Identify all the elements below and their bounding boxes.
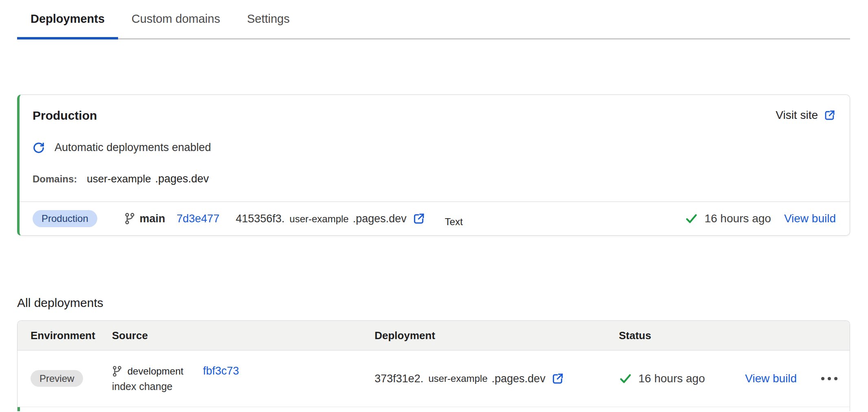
status-cell: 16 hours ago — [619, 372, 745, 385]
column-header-deployment: Deployment — [375, 329, 619, 342]
external-link-icon[interactable] — [412, 212, 425, 225]
more-menu-button[interactable] — [815, 377, 837, 380]
view-build-link[interactable]: View build — [784, 212, 836, 225]
column-header-environment: Environment — [31, 329, 112, 342]
deployment-host-name: user-example — [428, 373, 487, 384]
table-row[interactable]: Preview development fbf3c73 index change — [18, 351, 850, 407]
deployment-subdomain: 373f31e2. — [375, 373, 423, 385]
check-icon — [619, 372, 632, 385]
commit-link[interactable]: 7d3e477 — [177, 213, 219, 225]
tab-bar: Deployments Custom domains Settings — [17, 11, 850, 39]
deployment-subdomain: 415356f3. — [236, 213, 285, 225]
commit-link[interactable]: fbf3c73 — [203, 365, 239, 377]
deployment-url: 373f31e2.user-example.pages.dev — [375, 372, 619, 385]
deployment-time: 16 hours ago — [638, 372, 705, 385]
deployment-url: 415356f3.user-example.pages.dev — [236, 213, 407, 225]
domains-label: Domains: — [33, 173, 77, 185]
table-header-row: Environment Source Deployment Status — [18, 321, 850, 351]
deployment-host-suffix: .pages.dev — [353, 213, 406, 225]
deployment-time: 16 hours ago — [704, 212, 771, 225]
commit-message: index change — [112, 381, 375, 392]
visit-site-label: Visit site — [776, 109, 818, 122]
tab-deployments[interactable]: Deployments — [17, 11, 118, 38]
production-title: Production — [33, 109, 97, 123]
environment-badge: Production — [33, 210, 97, 227]
ellipsis-icon — [828, 377, 831, 380]
deployment-host-name: user-example — [289, 213, 349, 224]
production-card: Production Visit site Automat — [17, 94, 850, 236]
deployment-note: Text — [445, 216, 463, 228]
refresh-icon — [33, 142, 45, 154]
external-link-icon[interactable] — [551, 372, 564, 385]
tab-settings[interactable]: Settings — [234, 11, 303, 38]
visit-site-link[interactable]: Visit site — [776, 109, 836, 122]
production-info: Production Visit site Automat — [20, 95, 850, 202]
column-header-source: Source — [112, 329, 375, 342]
column-header-status: Status — [619, 329, 745, 342]
all-deployments-heading: All deployments — [17, 296, 868, 310]
git-branch-icon — [124, 213, 135, 225]
auto-deploy-text: Automatic deployments enabled — [55, 141, 211, 154]
external-link-icon — [824, 109, 836, 121]
deployments-table: Environment Source Deployment Status Pre… — [17, 320, 850, 411]
ellipsis-icon — [834, 377, 837, 380]
check-icon — [685, 212, 698, 225]
branch-name: development — [127, 366, 183, 377]
tab-custom-domains[interactable]: Custom domains — [118, 11, 234, 38]
view-build-link[interactable]: View build — [745, 372, 797, 385]
ellipsis-icon — [821, 377, 824, 380]
branch-name: main — [140, 213, 165, 225]
production-deployment-row[interactable]: Production main 7d3e477 415356f3.user-ex… — [20, 202, 850, 235]
environment-badge: Preview — [31, 370, 83, 387]
deployment-host-suffix: .pages.dev — [492, 373, 546, 385]
status-group: 16 hours ago View build — [685, 212, 836, 225]
git-branch-icon — [112, 366, 122, 377]
domain-name: user-example — [87, 173, 151, 185]
domain-suffix: .pages.dev — [155, 173, 209, 185]
next-row-peek — [18, 407, 850, 411]
source-cell: development fbf3c73 index change — [112, 365, 375, 392]
